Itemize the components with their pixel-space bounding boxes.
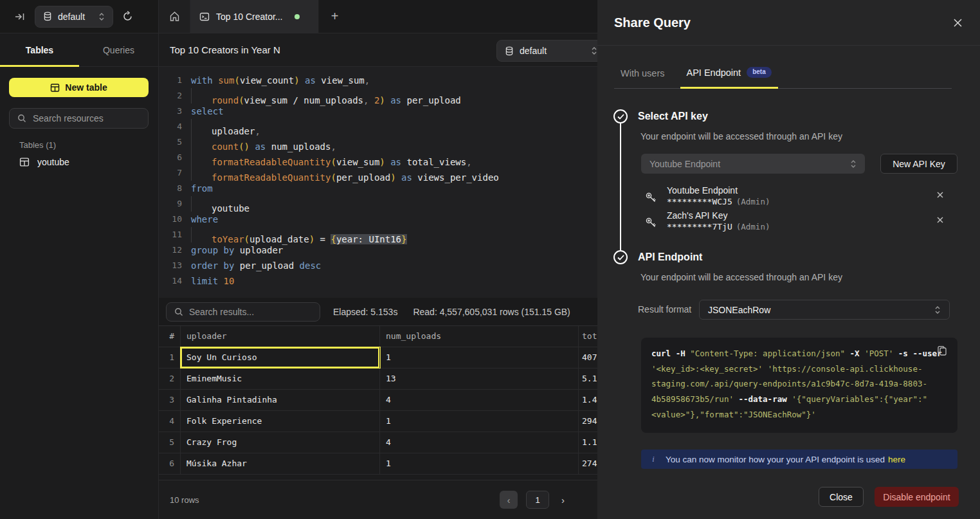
- table-cell[interactable]: 1: [380, 347, 579, 368]
- table-cell[interactable]: Folk Experience: [181, 411, 380, 432]
- code-line[interactable]: 7formatReadableQuantity(per_upload) as v…: [165, 165, 597, 181]
- table-cell[interactable]: Crazy Frog: [181, 432, 380, 453]
- new-table-button[interactable]: New table: [9, 78, 149, 97]
- code-line[interactable]: 1with sum(view_count) as view_sum,: [165, 73, 597, 88]
- close-panel-icon[interactable]: [953, 18, 963, 28]
- code-text: from: [182, 181, 213, 196]
- code-line[interactable]: 2round(view_sum / num_uploads, 2) as per…: [165, 88, 597, 104]
- table-grid-icon: [19, 157, 30, 167]
- table-cell[interactable]: 1: [380, 453, 579, 474]
- table-item-label: youtube: [37, 157, 69, 167]
- result-format-select[interactable]: JSONEachRow: [699, 300, 950, 320]
- disable-endpoint-button[interactable]: Disable endpoint: [875, 487, 959, 507]
- column-header-tot[interactable]: tot: [579, 326, 597, 347]
- table-cell[interactable]: 274: [579, 453, 597, 474]
- code-line[interactable]: 6formatReadableQuantity(view_sum) as tot…: [165, 150, 597, 165]
- sql-editor[interactable]: 1with sum(view_count) as view_sum,2round…: [159, 67, 597, 298]
- sidebar-item-youtube[interactable]: youtube: [14, 154, 149, 170]
- search-resources-input[interactable]: Search resources: [9, 108, 149, 129]
- table-cell[interactable]: 1: [380, 411, 579, 432]
- code-line[interactable]: 9youtube: [165, 196, 597, 212]
- code-line[interactable]: 8from: [165, 181, 597, 196]
- line-number: 6: [165, 150, 182, 165]
- new-tab-button[interactable]: +: [319, 0, 350, 33]
- line-number: 2: [165, 88, 182, 104]
- row-index[interactable]: 6: [159, 453, 181, 474]
- new-api-key-button[interactable]: New API Key: [880, 154, 957, 174]
- code-line[interactable]: 13order by per_upload desc: [165, 258, 597, 273]
- remove-key-icon[interactable]: [937, 192, 943, 198]
- tab-top-10-creators[interactable]: Top 10 Creator...: [190, 0, 319, 33]
- stepper-line: [620, 123, 621, 250]
- code-line[interactable]: 3select: [165, 104, 597, 119]
- table-cell[interactable]: 294: [579, 411, 597, 432]
- tab-title: Top 10 Creator...: [216, 12, 283, 22]
- table-cell[interactable]: 1.4: [579, 390, 597, 410]
- line-number: 4: [165, 119, 182, 134]
- api-key-item: Youtube Endpoint*********WCJ5(Admin): [641, 185, 957, 210]
- search-results-input[interactable]: Search results...: [166, 302, 320, 322]
- code-line[interactable]: 5count() as num_uploads,: [165, 134, 597, 150]
- code-line[interactable]: 10where: [165, 212, 597, 227]
- remove-key-icon[interactable]: [937, 217, 943, 223]
- tab-with-users[interactable]: With users: [614, 60, 671, 89]
- share-query-panel: Share Query With usersAPI Endpointbeta S…: [597, 0, 980, 519]
- table-cell[interactable]: 407: [579, 347, 597, 368]
- row-index[interactable]: 4: [159, 411, 181, 432]
- table-cell[interactable]: Músika Azhar: [181, 453, 380, 474]
- table-cell[interactable]: 5.1: [579, 369, 597, 389]
- table-cell[interactable]: 1.1: [579, 432, 597, 453]
- editor-database-selector[interactable]: default: [496, 40, 597, 62]
- key-icon: [644, 190, 658, 205]
- tab-label: With users: [621, 68, 665, 78]
- results-table: #uploadernum_uploadstot1Soy Un Curioso14…: [159, 325, 597, 480]
- table-row[interactable]: 5Crazy Frog41.1: [159, 432, 597, 453]
- terminal-icon: [199, 12, 210, 22]
- prev-page-button[interactable]: ‹: [500, 491, 518, 509]
- column-header-index[interactable]: #: [159, 326, 181, 347]
- table-cell[interactable]: 4: [380, 390, 579, 410]
- row-index[interactable]: 1: [159, 347, 181, 368]
- code-line[interactable]: 4uploader,: [165, 119, 597, 134]
- column-header-num_uploads[interactable]: num_uploads: [380, 326, 579, 347]
- tab-api-endpoint[interactable]: API Endpointbeta: [680, 60, 778, 89]
- code-line[interactable]: 12group by uploader: [165, 242, 597, 258]
- table-row[interactable]: 6Músika Azhar1274: [159, 453, 597, 475]
- api-key-role: (Admin): [736, 197, 770, 206]
- line-number: 12: [165, 242, 182, 258]
- code-line[interactable]: 11toYear(upload_date) = {year: UInt16}: [165, 227, 597, 242]
- query-header: Top 10 Creators in Year N default: [159, 33, 597, 67]
- row-index[interactable]: 3: [159, 390, 181, 410]
- query-title: Top 10 Creators in Year N: [170, 44, 280, 55]
- table-cell[interactable]: 4: [380, 432, 579, 453]
- database-selector[interactable]: default: [35, 6, 113, 28]
- code-line[interactable]: 14limit 10: [165, 273, 597, 289]
- table-row[interactable]: 4Folk Experience1294: [159, 411, 597, 432]
- close-button[interactable]: Close: [819, 487, 864, 507]
- refresh-icon[interactable]: [122, 11, 133, 22]
- home-button[interactable]: [159, 0, 190, 33]
- column-header-uploader[interactable]: uploader: [181, 326, 380, 347]
- sidebar-collapse-icon[interactable]: [14, 11, 26, 23]
- copy-icon[interactable]: [937, 345, 947, 356]
- table-cell[interactable]: 13: [380, 369, 579, 389]
- next-page-button[interactable]: ›: [558, 495, 568, 505]
- row-index[interactable]: 2: [159, 369, 181, 389]
- code-text: formatReadableQuantity(view_sum) as tota…: [182, 150, 472, 165]
- sidebar-tab-tables[interactable]: Tables: [0, 33, 79, 66]
- row-index[interactable]: 5: [159, 432, 181, 453]
- table-row[interactable]: 3Galinha Pintadinha41.4: [159, 390, 597, 411]
- step-1-description: Your endpoint will be accessed through a…: [640, 131, 842, 141]
- api-key-select[interactable]: Youtube Endpoint: [641, 154, 865, 174]
- app-root: default Top 10 Creator... +: [0, 0, 980, 519]
- table-cell[interactable]: Galinha Pintadinha: [181, 390, 380, 410]
- table-grid-icon: [50, 83, 60, 93]
- sidebar-tab-queries[interactable]: Queries: [79, 33, 158, 66]
- banner-link[interactable]: here: [888, 455, 905, 464]
- table-cell[interactable]: Soy Un Curioso: [181, 347, 380, 368]
- table-row[interactable]: 1Soy Un Curioso1407: [159, 347, 597, 369]
- page-number[interactable]: 1: [526, 491, 549, 509]
- table-cell[interactable]: EminemMusic: [181, 369, 380, 389]
- table-row[interactable]: 2EminemMusic135.1: [159, 369, 597, 390]
- tab-label: API Endpoint: [687, 68, 741, 78]
